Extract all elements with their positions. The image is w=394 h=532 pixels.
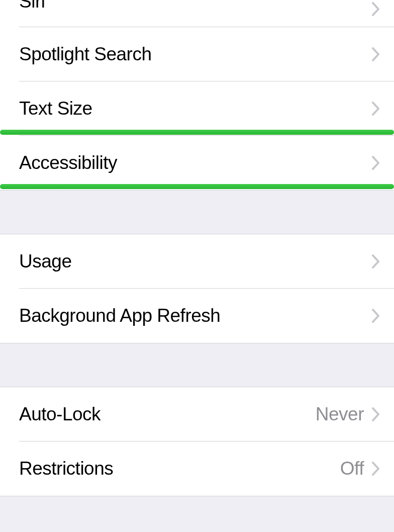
- row-label: Restrictions: [19, 458, 113, 479]
- annotation-highlight-bottom: [0, 184, 394, 189]
- group-spacer: [0, 496, 394, 532]
- row-background-app-refresh[interactable]: Background App Refresh: [0, 289, 394, 343]
- chevron-right-icon: [372, 309, 380, 323]
- settings-group-2: Usage Background App Refresh: [0, 234, 394, 343]
- row-label: Accessibility: [19, 152, 117, 173]
- row-value: Off: [340, 458, 364, 479]
- row-usage[interactable]: Usage: [0, 234, 394, 289]
- row-value: Never: [316, 404, 364, 425]
- row-label: Spotlight Search: [19, 44, 152, 65]
- row-label: Auto-Lock: [19, 404, 101, 425]
- row-restrictions[interactable]: Restrictions Off: [0, 441, 394, 496]
- chevron-right-icon: [372, 254, 380, 269]
- row-label: Text Size: [19, 98, 92, 119]
- settings-group-3: Auto-Lock Never Restrictions Off: [0, 387, 394, 496]
- row-siri[interactable]: Siri: [0, 0, 394, 27]
- chevron-right-icon: [372, 47, 380, 61]
- row-label: Usage: [19, 251, 71, 272]
- row-accessibility[interactable]: Accessibility: [0, 136, 394, 190]
- row-auto-lock[interactable]: Auto-Lock Never: [0, 387, 394, 441]
- chevron-right-icon: [372, 462, 380, 476]
- chevron-right-icon: [372, 2, 380, 16]
- row-label: Siri: [19, 0, 45, 12]
- row-text-size[interactable]: Text Size: [0, 81, 394, 136]
- group-spacer: [0, 343, 394, 387]
- chevron-right-icon: [372, 407, 380, 421]
- settings-group-1: Siri Spotlight Search Text Size Accessib…: [0, 0, 394, 191]
- annotation-highlight-top: [0, 130, 394, 135]
- row-spotlight-search[interactable]: Spotlight Search: [0, 27, 394, 81]
- chevron-right-icon: [372, 102, 380, 116]
- chevron-right-icon: [372, 156, 380, 170]
- group-spacer: [0, 191, 394, 234]
- row-label: Background App Refresh: [19, 305, 220, 326]
